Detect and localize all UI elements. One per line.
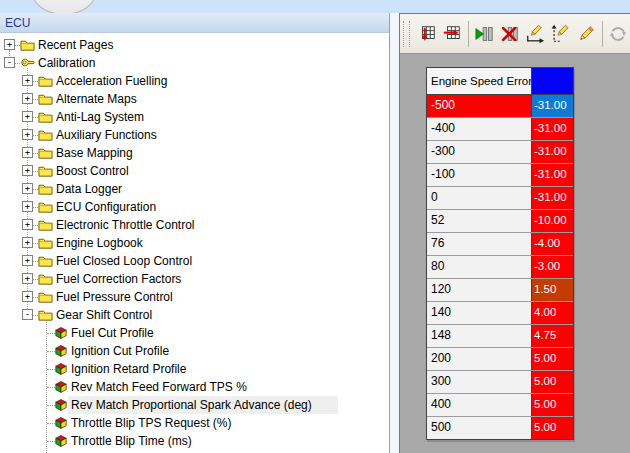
tree-item-rev-match-proportional-spark-advance[interactable]: Rev Match Proportional Spark Advance (de… xyxy=(0,396,388,414)
table-remove-row-icon[interactable] xyxy=(440,22,463,46)
compare-start-icon[interactable] xyxy=(473,22,496,46)
tree-item-rev-match-feed-forward[interactable]: Rev Match Feed Forward TPS % xyxy=(0,378,388,396)
panel-splitter[interactable] xyxy=(390,13,399,453)
edit-cells-pencil-icon[interactable] xyxy=(574,22,597,46)
expand-toggle[interactable]: + xyxy=(22,93,33,104)
tree-item-engine-logbook[interactable]: + Engine Logbook xyxy=(0,234,388,252)
tree-item-recent-pages[interactable]: + Recent Pages xyxy=(0,36,388,54)
tree-item-acceleration-fuelling[interactable]: + Acceleration Fuelling xyxy=(0,72,388,90)
tree-item-label[interactable]: Throttle Blip TPS Request (%) xyxy=(71,414,232,432)
value-cell[interactable]: -3.00 xyxy=(532,256,573,278)
expand-toggle[interactable]: + xyxy=(22,75,33,86)
value-cell[interactable]: 4.00 xyxy=(532,302,573,324)
tree-item-auxiliary-functions[interactable]: + Auxiliary Functions xyxy=(0,126,388,144)
tree-item-label[interactable]: Fuel Correction Factors xyxy=(56,270,181,288)
axis-cell[interactable]: 120 xyxy=(427,279,532,301)
axis-cell[interactable]: -100 xyxy=(427,164,532,186)
value-cell[interactable]: 4.75 xyxy=(532,325,573,347)
table-add-row-icon[interactable] xyxy=(415,22,438,46)
axis-cell[interactable]: 140 xyxy=(427,302,532,324)
value-cell[interactable]: -31.00 xyxy=(532,164,573,186)
value-cell[interactable]: -31.00 xyxy=(532,118,573,140)
tree-item-fuel-pressure-control[interactable]: + Fuel Pressure Control xyxy=(0,288,388,306)
expand-toggle[interactable]: + xyxy=(22,183,33,194)
axis-cell[interactable]: -400 xyxy=(427,118,532,140)
expand-toggle[interactable]: - xyxy=(22,309,33,320)
tree-item-label[interactable]: Rev Match Feed Forward TPS % xyxy=(71,378,247,396)
value-cell[interactable]: -31.00 xyxy=(532,187,573,209)
tree-item-label[interactable]: Data Logger xyxy=(56,180,122,198)
tree-item-label[interactable]: Anti-Lag System xyxy=(56,108,144,126)
expand-toggle[interactable]: + xyxy=(22,201,33,212)
tree-item-electronic-throttle-control[interactable]: + Electronic Throttle Control xyxy=(0,216,388,234)
axis-cell[interactable]: 0 xyxy=(427,187,532,209)
tree-item-ecu-configuration[interactable]: + ECU Configuration xyxy=(0,198,388,216)
expand-toggle[interactable]: + xyxy=(22,219,33,230)
axis-header-cell[interactable]: Engine Speed Error xyxy=(427,68,532,94)
expand-toggle[interactable]: + xyxy=(22,147,33,158)
value-cell[interactable]: -4.00 xyxy=(532,233,573,255)
axis-cell[interactable]: 148 xyxy=(427,325,532,347)
tree-item-fuel-correction-factors[interactable]: + Fuel Correction Factors xyxy=(0,270,388,288)
value-cell[interactable]: 5.00 xyxy=(532,417,573,439)
tree-item-label[interactable]: Throttle Blip Time (ms) xyxy=(71,432,192,450)
expand-toggle[interactable]: + xyxy=(22,111,33,122)
value-column-header-cell[interactable] xyxy=(532,68,573,94)
value-cell[interactable]: 5.00 xyxy=(532,348,573,370)
edit-axis-setup-icon[interactable] xyxy=(549,22,572,46)
tree-item-label[interactable]: Calibration xyxy=(38,54,95,72)
axis-cell[interactable]: 200 xyxy=(427,348,532,370)
expand-toggle[interactable]: + xyxy=(22,237,33,248)
value-cell[interactable]: 5.00 xyxy=(532,394,573,416)
axis-cell[interactable]: -300 xyxy=(427,141,532,163)
edit-axis-icon[interactable] xyxy=(523,22,546,46)
tree-item-label[interactable]: Ignition Retard Profile xyxy=(71,360,186,378)
expand-toggle[interactable]: + xyxy=(22,165,33,176)
tree-item-throttle-blip-time[interactable]: Throttle Blip Time (ms) xyxy=(0,432,388,450)
toolbar-grip[interactable] xyxy=(403,21,410,47)
refresh-icon[interactable] xyxy=(607,22,630,46)
tree-item-calibration[interactable]: - Calibration xyxy=(0,54,388,72)
tree-item-label[interactable]: Electronic Throttle Control xyxy=(56,216,195,234)
expand-toggle[interactable]: + xyxy=(22,129,33,140)
expand-toggle[interactable]: + xyxy=(4,39,15,50)
tree-item-label[interactable]: Fuel Closed Loop Control xyxy=(56,252,192,270)
value-cell[interactable]: -31.00 xyxy=(532,95,573,117)
tree-item-label[interactable]: Base Mapping xyxy=(56,144,133,162)
value-cell[interactable]: 5.00 xyxy=(532,371,573,393)
tree-item-data-logger[interactable]: + Data Logger xyxy=(0,180,388,198)
tree-item-fuel-closed-loop-control[interactable]: + Fuel Closed Loop Control xyxy=(0,252,388,270)
tree-item-label[interactable]: Ignition Cut Profile xyxy=(71,342,169,360)
tree-item-alternate-maps[interactable]: + Alternate Maps xyxy=(0,90,388,108)
tree-item-label[interactable]: Engine Logbook xyxy=(56,234,143,252)
tree-item-label[interactable]: Fuel Pressure Control xyxy=(56,288,173,306)
calibration-tree[interactable]: + Recent Pages - Calibration + Accelerat… xyxy=(0,33,388,453)
tree-item-label[interactable]: Alternate Maps xyxy=(56,90,137,108)
tree-item-label-selected[interactable]: Rev Match Proportional Spark Advance (de… xyxy=(68,396,338,414)
tree-item-label[interactable]: Gear Shift Control xyxy=(56,306,152,324)
tree-item-base-mapping[interactable]: + Base Mapping xyxy=(0,144,388,162)
value-cell[interactable]: -10.00 xyxy=(532,210,573,232)
compare-stop-icon[interactable] xyxy=(498,22,521,46)
expand-toggle[interactable]: + xyxy=(22,255,33,266)
tree-item-boost-control[interactable]: + Boost Control xyxy=(0,162,388,180)
axis-cell[interactable]: 400 xyxy=(427,394,532,416)
axis-cell[interactable]: 76 xyxy=(427,233,532,255)
tree-item-gear-shift-control[interactable]: - Gear Shift Control xyxy=(0,306,388,324)
tree-item-ignition-cut-profile[interactable]: Ignition Cut Profile xyxy=(0,342,388,360)
tree-item-label[interactable]: Auxiliary Functions xyxy=(56,126,157,144)
tree-item-label[interactable]: Acceleration Fuelling xyxy=(56,72,167,90)
tree-item-label[interactable]: Recent Pages xyxy=(38,36,113,54)
tree-item-ignition-retard-profile[interactable]: Ignition Retard Profile xyxy=(0,360,388,378)
axis-cell[interactable]: 500 xyxy=(427,417,532,439)
expand-toggle[interactable]: + xyxy=(22,273,33,284)
tree-item-label[interactable]: ECU Configuration xyxy=(56,198,156,216)
tree-item-throttle-blip-tps-request[interactable]: Throttle Blip TPS Request (%) xyxy=(0,414,388,432)
expand-toggle[interactable]: + xyxy=(22,291,33,302)
axis-cell[interactable]: 300 xyxy=(427,371,532,393)
axis-cell[interactable]: 52 xyxy=(427,210,532,232)
value-cell[interactable]: -31.00 xyxy=(532,141,573,163)
tree-item-anti-lag-system[interactable]: + Anti-Lag System xyxy=(0,108,388,126)
tree-item-fuel-cut-profile[interactable]: Fuel Cut Profile xyxy=(0,324,388,342)
value-cell[interactable]: 1.50 xyxy=(532,279,573,301)
